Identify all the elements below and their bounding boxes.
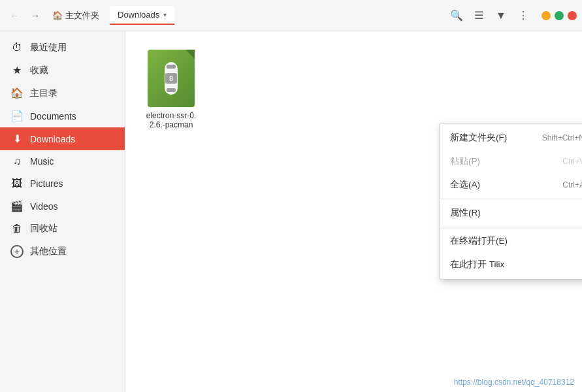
sidebar-item-label: Pictures <box>30 178 63 189</box>
menu-item-label: 属性(R) <box>450 207 481 219</box>
main-area: ⏱ 最近使用 ★ 收藏 🏠 主目录 📄 Documents ⬇ Download… <box>0 31 582 392</box>
sidebar-item-label: 收藏 <box>30 65 48 76</box>
maximize-button[interactable] <box>555 11 564 20</box>
menu-item-open-tilix[interactable]: 在此打开 Tilix <box>440 253 582 276</box>
menu-divider-2 <box>440 227 582 227</box>
sidebar-item-label: Music <box>30 156 54 167</box>
home-icon: 🏠 <box>10 87 24 99</box>
zipper-teeth-bottom <box>167 88 176 92</box>
chevron-down-icon: ▾ <box>163 11 167 18</box>
menu-divider-1 <box>440 199 582 199</box>
sidebar-item-downloads[interactable]: ⬇ Downloads <box>0 127 125 150</box>
zipper-decoration: 8 <box>165 62 178 95</box>
breadcrumb-tab[interactable]: Downloads ▾ <box>110 6 174 25</box>
menu-item-open-terminal[interactable]: 在终端打开(E) <box>440 229 582 253</box>
search-button[interactable]: 🔍 <box>446 5 467 26</box>
sidebar-add-label: 其他位置 <box>30 246 67 257</box>
music-icon: ♫ <box>10 155 24 167</box>
zipper-handle: 8 <box>165 73 177 84</box>
menu-item-select-all[interactable]: 全选(A) Ctrl+A <box>440 173 582 197</box>
sidebar-item-home[interactable]: 🏠 主目录 <box>0 82 125 105</box>
menu-item-properties[interactable]: 属性(R) <box>440 201 582 225</box>
sort-button[interactable]: ▼ <box>491 5 511 26</box>
menu-item-label: 全选(A) <box>450 179 480 191</box>
menu-item-shortcut: Shift+Ctrl+N <box>542 133 582 142</box>
archive-file-icon: 8 <box>148 50 195 107</box>
sidebar-item-recent[interactable]: ⏱ 最近使用 <box>0 37 125 59</box>
sidebar-item-label: Documents <box>30 111 76 122</box>
sidebar-item-trash[interactable]: 🗑 回收站 <box>0 218 125 240</box>
sidebar-item-label: 主目录 <box>30 88 57 99</box>
trash-icon: 🗑 <box>10 223 24 235</box>
sidebar-item-pictures[interactable]: 🖼 Pictures <box>0 172 125 195</box>
home-button[interactable]: 🏠 主文件夹 <box>47 7 105 24</box>
search-icon: 🔍 <box>450 9 463 22</box>
menu-item-new-folder[interactable]: 新建文件夹(F) Shift+Ctrl+N <box>440 126 582 150</box>
sidebar-item-videos[interactable]: 🎬 Videos <box>0 195 125 218</box>
home-label: 主文件夹 <box>65 10 99 22</box>
sidebar-item-label: 回收站 <box>30 223 57 235</box>
downloads-icon: ⬇ <box>10 133 24 145</box>
close-button[interactable] <box>568 11 577 20</box>
sidebar-item-bookmarks[interactable]: ★ 收藏 <box>0 59 125 82</box>
file-item-electron-ssr[interactable]: 8 electron-ssr-0.2.6.-pacman <box>138 44 204 135</box>
sidebar-item-label: Videos <box>30 201 58 212</box>
header-actions: 🔍 ☰ ▼ ⋮ <box>446 5 534 26</box>
sidebar-item-other-locations[interactable]: + 其他位置 <box>0 240 125 263</box>
view-options-button[interactable]: ☰ <box>468 5 489 26</box>
back-button[interactable]: ← <box>5 7 24 25</box>
sidebar-item-music[interactable]: ♫ Music <box>0 150 125 172</box>
window-controls <box>542 11 577 20</box>
forward-button[interactable]: → <box>26 7 44 25</box>
menu-item-shortcut: Ctrl+A <box>562 180 582 189</box>
header: ← → 🏠 主文件夹 Downloads ▾ 🔍 ☰ ▼ ⋮ <box>0 0 582 31</box>
more-options-button[interactable]: ⋮ <box>513 5 534 26</box>
videos-icon: 🎬 <box>10 200 24 212</box>
pictures-icon: 🖼 <box>10 178 24 189</box>
list-view-icon: ☰ <box>474 9 483 22</box>
plus-icon: + <box>10 245 24 258</box>
sidebar: ⏱ 最近使用 ★ 收藏 🏠 主目录 📄 Documents ⬇ Download… <box>0 31 125 392</box>
menu-item-label: 粘贴(P) <box>450 155 480 167</box>
menu-item-label: 新建文件夹(F) <box>450 132 507 144</box>
sort-icon: ▼ <box>496 10 506 22</box>
tab-label: Downloads <box>118 10 159 20</box>
menu-item-label: 在终端打开(E) <box>450 235 508 247</box>
context-menu: 新建文件夹(F) Shift+Ctrl+N 粘贴(P) Ctrl+V 全选(A)… <box>439 123 582 280</box>
menu-item-paste[interactable]: 粘贴(P) Ctrl+V <box>440 150 582 173</box>
sidebar-item-documents[interactable]: 📄 Documents <box>0 105 125 127</box>
file-area[interactable]: 8 electron-ssr-0.2.6.-pacman 新建文件夹(F) Sh… <box>125 31 582 392</box>
more-icon: ⋮ <box>518 9 528 22</box>
minimize-button[interactable] <box>542 11 551 20</box>
sidebar-item-label: 最近使用 <box>30 42 67 54</box>
documents-icon: 📄 <box>10 110 24 122</box>
menu-item-shortcut: Ctrl+V <box>562 157 582 166</box>
star-icon: ★ <box>10 64 24 76</box>
menu-item-label: 在此打开 Tilix <box>450 259 504 270</box>
sidebar-item-label: Downloads <box>30 134 75 144</box>
zipper-teeth-top <box>167 65 176 69</box>
file-label: electron-ssr-0.2.6.-pacman <box>144 111 199 129</box>
recent-icon: ⏱ <box>10 42 24 54</box>
watermark: https://blog.csdn.net/qq_40718312 <box>454 378 574 387</box>
home-icon: 🏠 <box>52 10 63 20</box>
